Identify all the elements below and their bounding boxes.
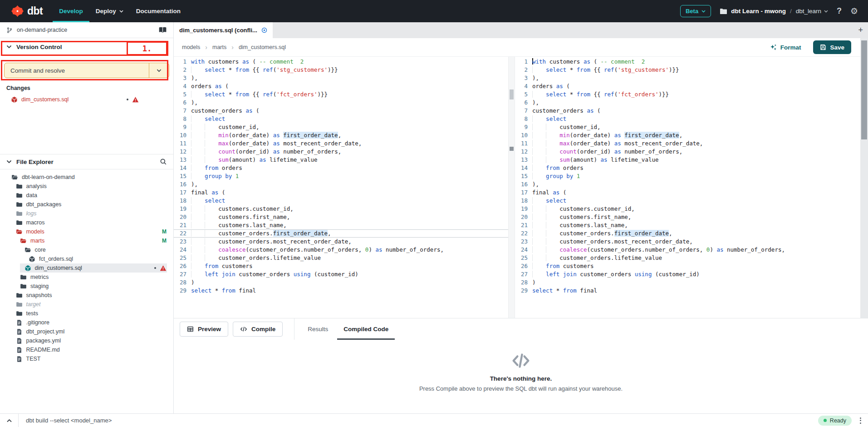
tab-compiled-code[interactable]: Compiled Code [336,318,396,340]
tree-item-marts[interactable]: martsM [0,236,173,245]
code-line[interactable]: 29select * from final [515,287,860,295]
editor-tab-dim_customers[interactable]: dim_customers.sql (confli... [174,22,273,38]
code-line[interactable]: 2 select * from {{ ref('stg_customers')}… [174,66,508,74]
tree-item-target[interactable]: target [0,300,173,309]
code-line[interactable]: 4orders as ( [515,82,860,90]
code-line[interactable]: 7customer_orders as ( [174,107,508,115]
code-line[interactable]: 3), [515,74,860,82]
editor-left-pane[interactable]: 1with customers as ( -- comment 22 selec… [174,57,508,318]
code-line[interactable]: 12 count(order_id) as number_of_orders, [174,148,508,156]
scrollbar-handle[interactable] [861,40,867,139]
tree-item-models[interactable]: modelsM [0,227,173,236]
command-input[interactable] [26,417,818,424]
code-line[interactable]: 21 customers.last_name, [515,221,860,229]
breadcrumb-marts[interactable]: marts [212,44,226,50]
code-line[interactable]: 10 min(order_date) as first_order_date, [515,131,860,139]
code-line[interactable]: 16), [174,180,508,189]
search-icon[interactable] [160,158,167,165]
code-line[interactable]: 21 customers.last_name, [174,221,508,229]
tree-item-tests[interactable]: tests [0,309,173,318]
format-button[interactable]: Format [770,44,801,51]
tree-item-core[interactable]: core [0,245,173,254]
code-line[interactable]: 19 customers.customer_id, [515,205,860,213]
code-line[interactable]: 28) [174,278,508,287]
tree-item-dbt_project.yml[interactable]: dbt_project.yml [0,327,173,336]
code-line[interactable]: 12 count(order_id) as number_of_orders, [515,148,860,156]
code-line[interactable]: 24 coalesce(customer_orders.number_of_or… [515,246,860,254]
code-line[interactable]: 26 from customers [174,262,508,270]
code-line[interactable]: 20 customers.first_name, [515,213,860,221]
code-line[interactable]: 23 customer_orders.most_recent_order_dat… [515,238,860,246]
project-selector[interactable]: dbt_learn [796,8,828,15]
commit-and-resolve-button[interactable]: Commit and resolve [5,63,149,78]
scrollbar-handle[interactable] [510,89,514,99]
code-line[interactable]: 14 from orders [515,164,860,172]
code-line[interactable]: 17final as ( [515,189,860,197]
code-line[interactable]: 22 customer_orders.first_order_date, [515,229,860,238]
breadcrumb-models[interactable]: models [182,44,200,50]
nav-item-deploy[interactable]: Deploy [89,0,130,22]
account-switcher[interactable]: dbt Learn - mwong / dbt_learn [720,8,828,15]
code-line[interactable]: 1with customers as ( -- comment 2 [174,58,508,66]
code-line[interactable]: 29select * from final [174,287,508,295]
code-line[interactable]: 13 sum(amount) as lifetime_value [174,156,508,164]
code-line[interactable]: 24 coalesce(customer_orders.number_of_or… [174,246,508,254]
save-button[interactable]: Save [813,40,851,54]
nav-item-develop[interactable]: Develop [53,0,89,22]
code-line[interactable]: 19 customers.customer_id, [174,205,508,213]
tree-item-data[interactable]: data [0,191,173,200]
compile-button[interactable]: Compile [233,322,283,337]
change-item-dim_customers[interactable]: dim_customers.sql [0,94,173,104]
code-line[interactable]: 8 select [515,115,860,123]
code-line[interactable]: 11 max(order_date) as most_recent_order_… [174,139,508,148]
tree-item-README.md[interactable]: README.md [0,345,173,354]
tree-item-analysis[interactable]: analysis [0,182,173,191]
tree-item-snapshots[interactable]: snapshots [0,291,173,300]
collapse-chevron-icon[interactable] [0,419,18,422]
code-line[interactable]: 6), [515,99,860,107]
code-line[interactable]: 13 sum(amount) as lifetime_value [515,156,860,164]
code-line[interactable]: 23 customer_orders.most_recent_order_dat… [174,238,508,246]
code-line[interactable]: 4orders as ( [174,82,508,90]
tree-item-macros[interactable]: macros [0,218,173,227]
editor-right-pane[interactable]: 1with customers as ( -- comment 22 selec… [515,57,860,318]
code-line[interactable]: 16), [515,180,860,189]
code-line[interactable]: 6), [174,99,508,107]
tree-item-dim_customers.sql[interactable]: dim_customers.sql [0,263,173,273]
branch-row[interactable]: on-demand-practice [0,22,173,38]
beta-badge[interactable]: Beta [680,5,711,17]
code-line[interactable]: 28) [515,278,860,287]
code-line[interactable]: 27 left join customer_orders using (cust… [515,270,860,278]
tree-item-logs[interactable]: logs [0,209,173,218]
code-line[interactable]: 9 customer_id, [515,123,860,131]
code-line[interactable]: 18 select [515,197,860,205]
tab-results[interactable]: Results [300,318,336,340]
code-line[interactable]: 25 customer_orders.lifetime_value [515,254,860,262]
tree-item-fct_orders.sql[interactable]: fct_orders.sql [0,254,173,263]
code-line[interactable]: 5 select * from {{ ref('fct_orders')}} [174,90,508,99]
tree-item-staging[interactable]: staging [0,282,173,291]
code-line[interactable]: 7customer_orders as ( [515,107,860,115]
docs-book-icon[interactable] [158,26,167,34]
code-line[interactable]: 2 select * from {{ ref('stg_customers')}… [515,66,860,74]
tree-item-dbt_packages[interactable]: dbt_packages [0,200,173,209]
breadcrumb-file[interactable]: dim_customers.sql [239,44,286,50]
code-line[interactable]: 27 left join customer_orders using (cust… [174,270,508,278]
tree-item-packages.yml[interactable]: packages.yml [0,336,173,345]
code-line[interactable]: 18 select [174,197,508,205]
version-control-header[interactable]: Version Control [0,38,173,55]
tree-item-TEST[interactable]: TEST [0,354,173,363]
code-line[interactable]: 1with customers as ( -- comment 2 [515,58,860,66]
code-line[interactable]: 14 from orders [174,164,508,172]
code-line[interactable]: 15 group by 1 [515,172,860,180]
tree-item-dbt-learn-on-demand[interactable]: dbt-learn-on-demand [0,173,173,182]
commit-options-caret[interactable] [149,63,169,78]
preview-button[interactable]: Preview [180,322,228,337]
help-icon[interactable]: ? [837,6,842,16]
code-line[interactable]: 5 select * from {{ ref('fct_orders')}} [515,90,860,99]
dbt-logo[interactable]: dbt [11,0,43,22]
code-line[interactable]: 25 customer_orders.lifetime_value [174,254,508,262]
scrollbar-handle[interactable] [510,147,514,151]
code-line[interactable]: 26 from customers [515,262,860,270]
tree-item-metrics[interactable]: metrics [0,273,173,282]
